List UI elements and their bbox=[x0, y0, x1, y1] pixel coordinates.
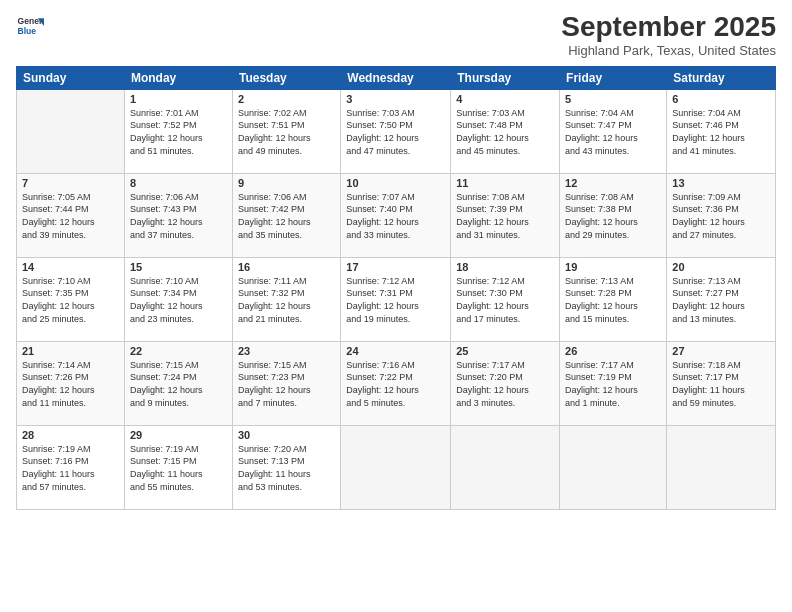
day-number: 29 bbox=[130, 429, 227, 441]
day-cell: 12Sunrise: 7:08 AM Sunset: 7:38 PM Dayli… bbox=[560, 173, 667, 257]
day-number: 5 bbox=[565, 93, 661, 105]
day-cell: 5Sunrise: 7:04 AM Sunset: 7:47 PM Daylig… bbox=[560, 89, 667, 173]
col-wednesday: Wednesday bbox=[341, 66, 451, 89]
day-info: Sunrise: 7:14 AM Sunset: 7:26 PM Dayligh… bbox=[22, 359, 119, 409]
day-info: Sunrise: 7:08 AM Sunset: 7:38 PM Dayligh… bbox=[565, 191, 661, 241]
day-number: 3 bbox=[346, 93, 445, 105]
header-row: Sunday Monday Tuesday Wednesday Thursday… bbox=[17, 66, 776, 89]
day-info: Sunrise: 7:04 AM Sunset: 7:46 PM Dayligh… bbox=[672, 107, 770, 157]
day-cell: 11Sunrise: 7:08 AM Sunset: 7:39 PM Dayli… bbox=[451, 173, 560, 257]
day-number: 8 bbox=[130, 177, 227, 189]
day-cell: 21Sunrise: 7:14 AM Sunset: 7:26 PM Dayli… bbox=[17, 341, 125, 425]
day-cell: 14Sunrise: 7:10 AM Sunset: 7:35 PM Dayli… bbox=[17, 257, 125, 341]
day-number: 24 bbox=[346, 345, 445, 357]
day-info: Sunrise: 7:19 AM Sunset: 7:15 PM Dayligh… bbox=[130, 443, 227, 493]
day-cell: 25Sunrise: 7:17 AM Sunset: 7:20 PM Dayli… bbox=[451, 341, 560, 425]
day-number: 6 bbox=[672, 93, 770, 105]
day-cell: 9Sunrise: 7:06 AM Sunset: 7:42 PM Daylig… bbox=[232, 173, 340, 257]
day-info: Sunrise: 7:20 AM Sunset: 7:13 PM Dayligh… bbox=[238, 443, 335, 493]
day-number: 12 bbox=[565, 177, 661, 189]
day-cell: 29Sunrise: 7:19 AM Sunset: 7:15 PM Dayli… bbox=[124, 425, 232, 509]
day-cell: 27Sunrise: 7:18 AM Sunset: 7:17 PM Dayli… bbox=[667, 341, 776, 425]
day-number: 28 bbox=[22, 429, 119, 441]
week-row-3: 14Sunrise: 7:10 AM Sunset: 7:35 PM Dayli… bbox=[17, 257, 776, 341]
day-number: 15 bbox=[130, 261, 227, 273]
day-cell: 22Sunrise: 7:15 AM Sunset: 7:24 PM Dayli… bbox=[124, 341, 232, 425]
col-friday: Friday bbox=[560, 66, 667, 89]
header: General Blue September 2025 Highland Par… bbox=[16, 12, 776, 58]
day-cell: 24Sunrise: 7:16 AM Sunset: 7:22 PM Dayli… bbox=[341, 341, 451, 425]
day-cell: 23Sunrise: 7:15 AM Sunset: 7:23 PM Dayli… bbox=[232, 341, 340, 425]
day-info: Sunrise: 7:17 AM Sunset: 7:19 PM Dayligh… bbox=[565, 359, 661, 409]
day-number: 10 bbox=[346, 177, 445, 189]
day-number: 11 bbox=[456, 177, 554, 189]
col-tuesday: Tuesday bbox=[232, 66, 340, 89]
day-number: 16 bbox=[238, 261, 335, 273]
day-info: Sunrise: 7:15 AM Sunset: 7:23 PM Dayligh… bbox=[238, 359, 335, 409]
day-info: Sunrise: 7:06 AM Sunset: 7:43 PM Dayligh… bbox=[130, 191, 227, 241]
location: Highland Park, Texas, United States bbox=[561, 43, 776, 58]
title-block: September 2025 Highland Park, Texas, Uni… bbox=[561, 12, 776, 58]
day-info: Sunrise: 7:06 AM Sunset: 7:42 PM Dayligh… bbox=[238, 191, 335, 241]
day-cell: 2Sunrise: 7:02 AM Sunset: 7:51 PM Daylig… bbox=[232, 89, 340, 173]
day-number: 22 bbox=[130, 345, 227, 357]
week-row-1: 1Sunrise: 7:01 AM Sunset: 7:52 PM Daylig… bbox=[17, 89, 776, 173]
day-info: Sunrise: 7:17 AM Sunset: 7:20 PM Dayligh… bbox=[456, 359, 554, 409]
day-cell bbox=[341, 425, 451, 509]
col-sunday: Sunday bbox=[17, 66, 125, 89]
col-saturday: Saturday bbox=[667, 66, 776, 89]
day-cell: 17Sunrise: 7:12 AM Sunset: 7:31 PM Dayli… bbox=[341, 257, 451, 341]
week-row-2: 7Sunrise: 7:05 AM Sunset: 7:44 PM Daylig… bbox=[17, 173, 776, 257]
day-number: 25 bbox=[456, 345, 554, 357]
calendar-container: General Blue September 2025 Highland Par… bbox=[0, 0, 792, 612]
day-info: Sunrise: 7:03 AM Sunset: 7:48 PM Dayligh… bbox=[456, 107, 554, 157]
day-number: 14 bbox=[22, 261, 119, 273]
day-number: 23 bbox=[238, 345, 335, 357]
day-number: 30 bbox=[238, 429, 335, 441]
week-row-4: 21Sunrise: 7:14 AM Sunset: 7:26 PM Dayli… bbox=[17, 341, 776, 425]
month-title: September 2025 bbox=[561, 12, 776, 43]
day-number: 27 bbox=[672, 345, 770, 357]
day-cell: 10Sunrise: 7:07 AM Sunset: 7:40 PM Dayli… bbox=[341, 173, 451, 257]
svg-text:Blue: Blue bbox=[18, 26, 37, 36]
day-info: Sunrise: 7:12 AM Sunset: 7:31 PM Dayligh… bbox=[346, 275, 445, 325]
col-thursday: Thursday bbox=[451, 66, 560, 89]
day-info: Sunrise: 7:04 AM Sunset: 7:47 PM Dayligh… bbox=[565, 107, 661, 157]
day-cell: 28Sunrise: 7:19 AM Sunset: 7:16 PM Dayli… bbox=[17, 425, 125, 509]
day-cell: 6Sunrise: 7:04 AM Sunset: 7:46 PM Daylig… bbox=[667, 89, 776, 173]
day-number: 9 bbox=[238, 177, 335, 189]
day-info: Sunrise: 7:03 AM Sunset: 7:50 PM Dayligh… bbox=[346, 107, 445, 157]
day-number: 2 bbox=[238, 93, 335, 105]
day-info: Sunrise: 7:11 AM Sunset: 7:32 PM Dayligh… bbox=[238, 275, 335, 325]
day-cell: 15Sunrise: 7:10 AM Sunset: 7:34 PM Dayli… bbox=[124, 257, 232, 341]
day-number: 19 bbox=[565, 261, 661, 273]
day-info: Sunrise: 7:13 AM Sunset: 7:27 PM Dayligh… bbox=[672, 275, 770, 325]
day-info: Sunrise: 7:12 AM Sunset: 7:30 PM Dayligh… bbox=[456, 275, 554, 325]
calendar-table: Sunday Monday Tuesday Wednesday Thursday… bbox=[16, 66, 776, 510]
day-number: 1 bbox=[130, 93, 227, 105]
day-number: 4 bbox=[456, 93, 554, 105]
day-number: 26 bbox=[565, 345, 661, 357]
day-info: Sunrise: 7:19 AM Sunset: 7:16 PM Dayligh… bbox=[22, 443, 119, 493]
day-cell: 16Sunrise: 7:11 AM Sunset: 7:32 PM Dayli… bbox=[232, 257, 340, 341]
day-info: Sunrise: 7:09 AM Sunset: 7:36 PM Dayligh… bbox=[672, 191, 770, 241]
day-number: 18 bbox=[456, 261, 554, 273]
day-info: Sunrise: 7:15 AM Sunset: 7:24 PM Dayligh… bbox=[130, 359, 227, 409]
day-number: 13 bbox=[672, 177, 770, 189]
day-info: Sunrise: 7:10 AM Sunset: 7:35 PM Dayligh… bbox=[22, 275, 119, 325]
day-number: 7 bbox=[22, 177, 119, 189]
svg-text:General: General bbox=[18, 16, 44, 26]
col-monday: Monday bbox=[124, 66, 232, 89]
day-cell bbox=[560, 425, 667, 509]
logo: General Blue bbox=[16, 12, 44, 40]
day-cell bbox=[667, 425, 776, 509]
day-info: Sunrise: 7:07 AM Sunset: 7:40 PM Dayligh… bbox=[346, 191, 445, 241]
day-cell: 1Sunrise: 7:01 AM Sunset: 7:52 PM Daylig… bbox=[124, 89, 232, 173]
day-cell: 26Sunrise: 7:17 AM Sunset: 7:19 PM Dayli… bbox=[560, 341, 667, 425]
day-info: Sunrise: 7:01 AM Sunset: 7:52 PM Dayligh… bbox=[130, 107, 227, 157]
day-info: Sunrise: 7:10 AM Sunset: 7:34 PM Dayligh… bbox=[130, 275, 227, 325]
week-row-5: 28Sunrise: 7:19 AM Sunset: 7:16 PM Dayli… bbox=[17, 425, 776, 509]
day-cell: 4Sunrise: 7:03 AM Sunset: 7:48 PM Daylig… bbox=[451, 89, 560, 173]
day-cell: 18Sunrise: 7:12 AM Sunset: 7:30 PM Dayli… bbox=[451, 257, 560, 341]
day-info: Sunrise: 7:13 AM Sunset: 7:28 PM Dayligh… bbox=[565, 275, 661, 325]
